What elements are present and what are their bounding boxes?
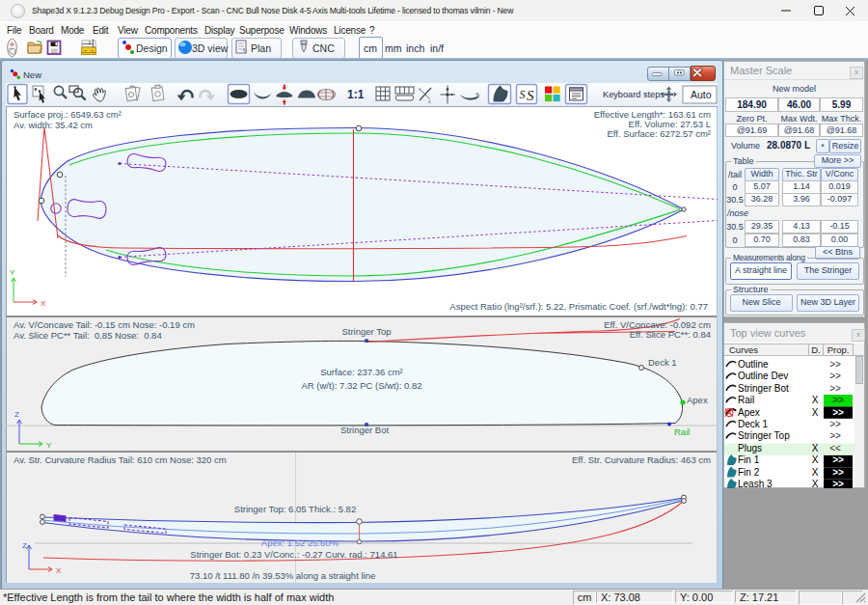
svg-text:Deck 1: Deck 1 (738, 419, 769, 429)
svg-text:x: x (428, 98, 431, 104)
svg-text:AR (w/t): 7.32 PC (S/wt): 0.82: AR (w/t): 7.32 PC (S/wt): 0.82 (301, 380, 421, 391)
svg-text:Plugs: Plugs (738, 443, 762, 454)
svg-text:Rail: Rail (738, 395, 754, 405)
svg-text:Eff. Surface: 6272.57 cm²: Eff. Surface: 6272.57 cm² (607, 128, 711, 139)
svg-text:Fin 2: Fin 2 (738, 467, 760, 478)
svg-text:X: X (812, 467, 819, 478)
svg-text:Stringer Bot: Stringer Bot (340, 425, 390, 435)
svg-text:1:1: 1:1 (347, 88, 365, 101)
svg-text:>>: >> (829, 383, 841, 394)
svg-text:Outline: Outline (738, 359, 769, 370)
svg-text:Apex: Apex (738, 407, 760, 418)
svg-text:X: X (812, 443, 819, 454)
svg-text:>>: >> (832, 407, 844, 418)
svg-text:Apex: Apex (687, 395, 708, 405)
svg-text:Apex: 1.52 25.60%: Apex: 1.52 25.60% (261, 537, 339, 548)
svg-text:Rail: Rail (674, 426, 690, 437)
svg-text:>>: >> (829, 430, 841, 441)
svg-text:>>: >> (832, 454, 844, 465)
svg-text:Y: Y (46, 441, 52, 450)
svg-text:X: X (812, 454, 819, 465)
svg-text:Z: Z (22, 541, 27, 550)
svg-text:Surface: 237.36 cm²: Surface: 237.36 cm² (320, 367, 403, 377)
svg-text:Av. Slice PC** Tail: 0.85 Nos: Av. Slice PC** Tail: 0.85 Nose: 0.84 (14, 330, 162, 341)
svg-text:Stringer Bot: Stringer Bot (738, 383, 789, 394)
svg-text:>>: >> (832, 395, 844, 405)
svg-text:73.10 /t 111.80 /n 39.53% alon: 73.10 /t 111.80 /n 39.53% along a straig… (190, 570, 375, 581)
svg-text:X: X (812, 395, 819, 405)
svg-text:Av. width: 35.42 cm: Av. width: 35.42 cm (14, 120, 93, 130)
svg-text:Leash 3: Leash 3 (738, 479, 773, 488)
svg-text:>>: >> (832, 467, 844, 478)
svg-text:Stringer Top: Stringer Top (341, 326, 391, 337)
svg-text:S: S (527, 88, 534, 103)
svg-text:>>: >> (832, 479, 844, 488)
svg-text:>>: >> (829, 419, 841, 429)
svg-text:X: X (812, 407, 819, 418)
svg-text:S: S (520, 88, 526, 101)
svg-text:Av. Str. Curvature Radius Tail: Av. Str. Curvature Radius Tail: 610 cm N… (14, 454, 227, 465)
svg-text:Eff. Slice PC**: 0.84: Eff. Slice PC**: 0.84 (630, 329, 711, 340)
svg-text:X: X (41, 299, 46, 308)
svg-text:Auto: Auto (691, 89, 712, 100)
svg-text:Eff. Str. Curvature Radius: 46: Eff. Str. Curvature Radius: 463 cm (572, 454, 711, 465)
svg-text:X: X (812, 479, 819, 488)
svg-text:Stringer Top: Stringer Top (738, 430, 790, 441)
svg-text:<<: << (829, 443, 841, 454)
svg-text:Aspect Ratio (lng²/srf.): 5.2: Aspect Ratio (lng²/srf.): 5.22, Prismati… (449, 301, 708, 312)
svg-text:Deck 1: Deck 1 (648, 357, 677, 368)
svg-text:>>: >> (829, 371, 841, 381)
svg-text:Fin 1: Fin 1 (738, 454, 760, 465)
svg-text:Av. V/Concave Tail: -0.15 cm N: Av. V/Concave Tail: -0.15 cm Nose: -0.19… (14, 319, 195, 330)
svg-text:Surface proj.: 6549.63 cm²: Surface proj.: 6549.63 cm² (14, 109, 122, 120)
svg-text:Keyboard steps: Keyboard steps (603, 90, 665, 99)
svg-text:Z: Z (14, 410, 19, 419)
svg-text:Y: Y (10, 268, 15, 277)
svg-text:Stringer Bot: 0.23 V/Conc.: -0: Stringer Bot: 0.23 V/Conc.: -0.27 Curv. … (190, 549, 397, 560)
svg-text:>>: >> (829, 359, 841, 370)
svg-text:X: X (56, 566, 62, 575)
svg-text:Outline Dev: Outline Dev (738, 371, 788, 381)
svg-text:Stringer Top: 6.05 Thick.: 5.8: Stringer Top: 6.05 Thick.: 5.82 (234, 504, 356, 514)
